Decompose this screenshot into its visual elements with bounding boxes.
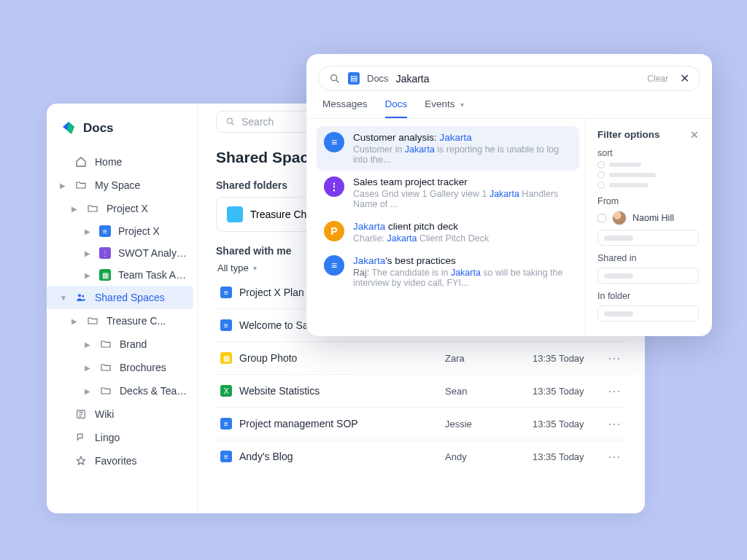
clear-button[interactable]: Clear [647, 74, 668, 84]
sort-option[interactable] [597, 161, 699, 168]
search-popover: ▤ Docs Jakarta Clear ✕ Messages Docs Eve… [306, 54, 712, 336]
file-name: Website Statistics [239, 385, 320, 397]
result-type-icon: ≡ [324, 255, 344, 276]
result-title: Jakarta client pitch deck [353, 221, 489, 232]
close-filter-icon[interactable]: ✕ [690, 129, 699, 141]
avatar-icon [612, 211, 627, 225]
sort-option[interactable] [597, 182, 699, 189]
sort-label: sort [597, 148, 699, 158]
sidebar-item-shared-spaces[interactable]: ▼ Shared Spaces [47, 286, 193, 309]
from-input[interactable] [597, 230, 699, 246]
sidebar-item-swot[interactable]: ▶ ⋮ SWOT Analysis [47, 242, 193, 264]
from-label: From [597, 196, 699, 206]
chevron-down-icon: ▾ [253, 264, 257, 272]
brand: Docs [47, 108, 193, 150]
result-type-icon: ⋮ [324, 176, 344, 197]
file-row[interactable]: XWebsite StatisticsSean13:35 Today⋯ [216, 375, 627, 408]
scope-chip-label: Docs [367, 73, 389, 84]
sidebar-item-home[interactable]: Home [47, 150, 193, 174]
tab-docs[interactable]: Docs [385, 98, 408, 118]
sidebar-item-myspace[interactable]: ▶ My Space [47, 174, 193, 197]
result-title: Sales team project tracker [353, 176, 572, 187]
in-folder-label: In folder [597, 291, 699, 301]
shared-in-label: Shared in [597, 253, 699, 263]
chevron-right-icon: ▶ [85, 341, 92, 349]
file-time: 13:35 Today [533, 451, 605, 462]
wiki-icon [74, 408, 88, 421]
search-result[interactable]: PJakarta client pitch deckCharlie: Jakar… [317, 215, 579, 249]
popover-tabs: Messages Docs Events ▾ [306, 91, 712, 119]
from-person-name: Naomi Hill [632, 213, 674, 223]
sheet-icon: ⋮ [99, 247, 111, 259]
in-folder-input[interactable] [597, 306, 699, 322]
chevron-down-icon: ▾ [460, 101, 464, 109]
file-row[interactable]: ≡Andy's BlogAndy13:35 Today⋯ [216, 440, 627, 472]
chevron-right-icon: ▶ [85, 228, 92, 236]
from-person-row[interactable]: Naomi Hill [597, 211, 699, 225]
sidebar-item-projectx-doc[interactable]: ▶ ≡ Project X [47, 220, 193, 242]
result-snippet: Cases Grid view 1 Gallery view 1 Jakarta… [353, 189, 572, 209]
search-result[interactable]: ⋮Sales team project trackerCases Grid vi… [317, 171, 579, 215]
more-icon[interactable]: ⋯ [605, 350, 623, 366]
tab-messages[interactable]: Messages [322, 98, 368, 118]
shared-in-input[interactable] [597, 268, 699, 284]
filter-label: All type [217, 262, 249, 273]
checkbox-icon[interactable] [597, 214, 606, 222]
folder-icon [99, 338, 112, 351]
more-icon[interactable]: ⋯ [605, 416, 623, 432]
chevron-right-icon: ▶ [71, 205, 79, 213]
file-type-icon: X [220, 385, 232, 397]
sidebar-item-brand[interactable]: ▶ Brand [47, 332, 193, 356]
file-time: 13:35 Today [533, 419, 605, 429]
search-results: ≡Customer analysis: JakartaCustomer in J… [306, 119, 585, 336]
sidebar-item-wiki[interactable]: Wiki [47, 402, 193, 426]
doc-icon: ≡ [99, 225, 111, 237]
more-icon[interactable]: ⋯ [605, 448, 623, 464]
sidebar-item-lingo[interactable]: Lingo [47, 426, 193, 449]
result-title: Customer analysis: Jakarta [353, 132, 572, 143]
file-type-icon: ≡ [220, 287, 232, 298]
result-type-icon: P [324, 221, 344, 241]
star-icon [74, 454, 88, 467]
search-icon [225, 117, 236, 127]
app-logo-icon [60, 120, 77, 137]
chevron-right-icon: ▶ [85, 271, 92, 279]
tab-events[interactable]: Events ▾ [425, 98, 464, 118]
folder-thumb-icon [227, 206, 243, 222]
search-result[interactable]: ≡Customer analysis: JakartaCustomer in J… [317, 126, 579, 171]
search-result[interactable]: ≡Jakarta's best practicesRaj: The candid… [317, 249, 579, 294]
chevron-right-icon: ▶ [85, 364, 92, 372]
file-name: Project management SOP [239, 418, 358, 429]
svg-point-1 [82, 295, 84, 297]
scope-chip-icon: ▤ [348, 72, 360, 85]
chevron-right-icon: ▶ [85, 249, 92, 257]
sidebar-item-teamtask[interactable]: ▶ ▦ Team Task Alloca... [47, 264, 193, 286]
chevron-right-icon: ▶ [85, 387, 92, 395]
file-time: 13:35 Today [533, 386, 605, 397]
result-snippet: Charlie: Jakarta Client Pitch Deck [353, 233, 489, 244]
sidebar-item-brochures[interactable]: ▶ Brochures [47, 356, 193, 379]
folder-icon [74, 179, 88, 192]
popover-search-bar[interactable]: ▤ Docs Jakarta Clear ✕ [318, 66, 700, 91]
close-icon[interactable]: ✕ [680, 71, 689, 85]
sidebar-item-treasure[interactable]: ▶ Treasure C... [47, 309, 193, 332]
folder-icon [86, 314, 99, 327]
sidebar-item-projectx-folder[interactable]: ▶ Project X [47, 197, 193, 220]
lingo-icon [74, 431, 88, 444]
file-name: Project X Plan [239, 287, 304, 298]
home-icon [74, 155, 88, 168]
file-row[interactable]: ▦Group PhotoZara13:35 Today⋯ [216, 342, 627, 375]
sidebar-item-decks[interactable]: ▶ Decks & Teaser ... [47, 379, 193, 402]
more-icon[interactable]: ⋯ [605, 383, 623, 399]
people-icon [74, 291, 88, 304]
file-owner: Jessie [445, 419, 533, 429]
sidebar-item-favorites[interactable]: Favorites [47, 449, 193, 472]
chevron-right-icon: ▶ [71, 317, 79, 325]
folder-icon [99, 361, 112, 374]
sort-option[interactable] [597, 171, 699, 179]
file-row[interactable]: ≡Project management SOPJessie13:35 Today… [216, 408, 627, 440]
file-time: 13:35 Today [533, 353, 605, 364]
app-title: Docs [83, 121, 114, 136]
sidebar: Docs Home ▶ My Space ▶ Project X ▶ ≡ Pro… [47, 104, 198, 513]
svg-point-0 [78, 294, 81, 297]
